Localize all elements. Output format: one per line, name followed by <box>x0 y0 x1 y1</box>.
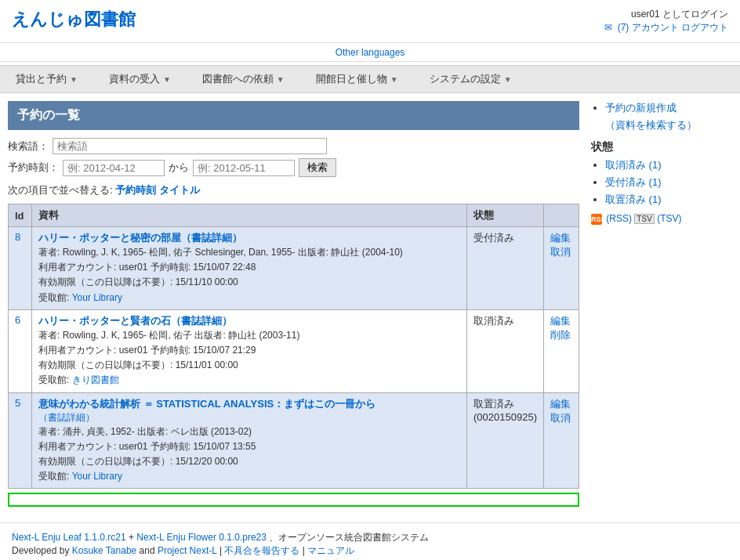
item-detail: 著者: Rowling, J. K, 1965- 松岡, 佑子 Schlesin… <box>38 245 460 305</box>
row-id: 8 <box>9 227 32 310</box>
item-title-link[interactable]: ハリー・ポッターと秘密の部屋（書誌詳細） <box>38 232 242 244</box>
delete-link[interactable]: 削除 <box>550 328 572 342</box>
row-material: ハリー・ポッターと秘密の部屋（書誌詳細） 著者: Rowling, J. K, … <box>32 227 467 310</box>
row-id: 5 <box>9 392 32 489</box>
edit-link[interactable]: 編集 <box>550 314 572 328</box>
item-detail: 著者: 涌井, 貞美, 1952- 出版者: ベレ出版 (2013-02) 利用… <box>38 425 460 485</box>
table-row: 6 ハリー・ポッターと賢者の石（書誌詳細） 著者: Rowling, J. K,… <box>9 309 579 392</box>
date-from-input[interactable] <box>63 160 165 176</box>
nav-item-lending[interactable]: 貸出と予約 ▼ <box>0 66 93 92</box>
user-info: user01 としてログイン ✉ (7) アカウント ログアウト <box>604 8 728 34</box>
sidebar-state-title: 状態 <box>591 140 732 154</box>
author-link[interactable]: Kosuke Tanabe <box>72 545 137 556</box>
nav-item-events[interactable]: 開館日と催し物 ▼ <box>300 66 414 92</box>
rss-icon: RSS <box>591 214 602 225</box>
main-nav: 貸出と予約 ▼ 資料の受入 ▼ 図書館への依頼 ▼ 開館日と催し物 ▼ システム… <box>0 65 740 93</box>
row-actions: 編集 削除 <box>544 309 579 392</box>
row-material: ハリー・ポッターと賢者の石（書誌詳細） 著者: Rowling, J. K, 1… <box>32 309 467 392</box>
sort-by-time-link[interactable]: 予約時刻 <box>115 184 156 196</box>
item-detail: 著者: Rowling, J. K, 1965- 松岡, 佑子 出版者: 静山社… <box>38 328 460 388</box>
cancel-link[interactable]: 取消 <box>550 411 572 425</box>
search-form: 検索語： 予約時刻： から 検索 <box>8 138 579 177</box>
cancelled-filter-link[interactable]: 取消済み (1) <box>605 159 662 171</box>
row-id: 6 <box>9 309 32 392</box>
row-material: 意味がわかる統計解析 ＝ STATISTICAL ANALYSIS：まずはこの一… <box>32 392 467 489</box>
page-title: 予約の一覧 <box>8 101 579 130</box>
sidebar: 予約の新規作成 （資料を検索する） 状態 取消済み (1) 受付済み (1) 取… <box>591 101 732 507</box>
col-header-id: Id <box>9 204 32 227</box>
library-link[interactable]: きり図書館 <box>72 374 119 385</box>
col-header-actions <box>544 204 579 227</box>
library-link[interactable]: Your Library <box>72 292 122 303</box>
row-status: 取置済み (0020150925) <box>467 392 544 489</box>
search-input[interactable] <box>53 138 327 154</box>
site-title[interactable]: えんじゅ図書館 <box>12 8 136 31</box>
row-actions: 編集 取消 <box>544 392 579 489</box>
report-link[interactable]: 不具合を報告する <box>224 545 299 556</box>
received-filter-link[interactable]: 受付済み (1) <box>605 176 662 188</box>
sort-row: 次の項目で並べ替える: 予約時刻 タイトル <box>8 183 579 197</box>
reserves-table: Id 資料 状態 8 ハリー・ポッターと秘密の部屋（書誌詳細） <box>8 204 579 489</box>
new-reserve-link[interactable]: 予約の新規作成 <box>605 102 677 114</box>
search-material-link[interactable]: （資料を検索する） <box>605 119 697 131</box>
nav-item-receive[interactable]: 資料の受入 ▼ <box>93 66 187 92</box>
item-detail-link[interactable]: （書誌詳細） <box>38 412 95 423</box>
search-label: 検索語： <box>8 139 49 154</box>
tsv-link[interactable]: (TSV) <box>657 213 681 224</box>
datetime-label: 予約時刻： <box>8 161 59 175</box>
account-link[interactable]: (7) アカウント ログアウト <box>618 22 728 33</box>
project-link[interactable]: Project Next-L <box>158 545 217 556</box>
date-range-separator: から <box>169 161 189 175</box>
edit-link[interactable]: 編集 <box>550 397 572 411</box>
bottom-pagination-bar <box>8 493 579 507</box>
col-header-material: 資料 <box>32 204 467 227</box>
row-actions: 編集 取消 <box>544 227 579 310</box>
sort-prefix: 次の項目で並べ替える: <box>8 184 115 196</box>
item-title-link[interactable]: 意味がわかる統計解析 ＝ STATISTICAL ANALYSIS：まずはこの一… <box>38 398 375 410</box>
item-title-link[interactable]: ハリー・ポッターと賢者の石（書誌詳細） <box>38 315 232 327</box>
footer: Next-L Enju Leaf 1.1.0.rc21 + Next-L Enj… <box>0 522 740 560</box>
enju-leaf-link[interactable]: Next-L Enju Leaf 1.1.0.rc21 <box>12 532 126 543</box>
table-row: 5 意味がわかる統計解析 ＝ STATISTICAL ANALYSIS：まずはこ… <box>9 392 579 489</box>
retrieved-filter-link[interactable]: 取置済み (1) <box>605 193 662 205</box>
nav-item-request[interactable]: 図書館への依頼 ▼ <box>187 66 300 92</box>
col-header-status: 状態 <box>467 204 544 227</box>
cancel-link[interactable]: 取消 <box>550 245 572 259</box>
row-status: 受付済み <box>467 227 544 310</box>
date-to-input[interactable] <box>193 160 295 176</box>
other-languages-link[interactable]: Other languages <box>336 47 405 58</box>
library-link[interactable]: Your Library <box>72 471 122 482</box>
user-login-text: user01 としてログイン <box>631 9 728 20</box>
manual-link[interactable]: マニュアル <box>307 545 354 556</box>
row-status: 取消済み <box>467 309 544 392</box>
tsv-icon: TSV <box>634 214 654 224</box>
search-button[interactable]: 検索 <box>299 158 336 177</box>
languages-bar: Other languages <box>0 42 740 62</box>
edit-link[interactable]: 編集 <box>550 231 572 245</box>
row-id-link[interactable]: 5 <box>15 397 20 409</box>
row-id-link[interactable]: 8 <box>15 231 20 243</box>
rss-link[interactable]: (RSS) <box>606 213 632 224</box>
mail-icon: ✉ <box>604 22 612 33</box>
sort-by-title-link[interactable]: タイトル <box>159 184 200 196</box>
enju-flower-link[interactable]: Next-L Enju Flower 0.1.0.pre23 <box>136 532 267 543</box>
table-row: 8 ハリー・ポッターと秘密の部屋（書誌詳細） 著者: Rowling, J. K… <box>9 227 579 310</box>
row-id-link[interactable]: 6 <box>15 314 20 326</box>
nav-item-settings[interactable]: システムの設定 ▼ <box>414 66 528 92</box>
